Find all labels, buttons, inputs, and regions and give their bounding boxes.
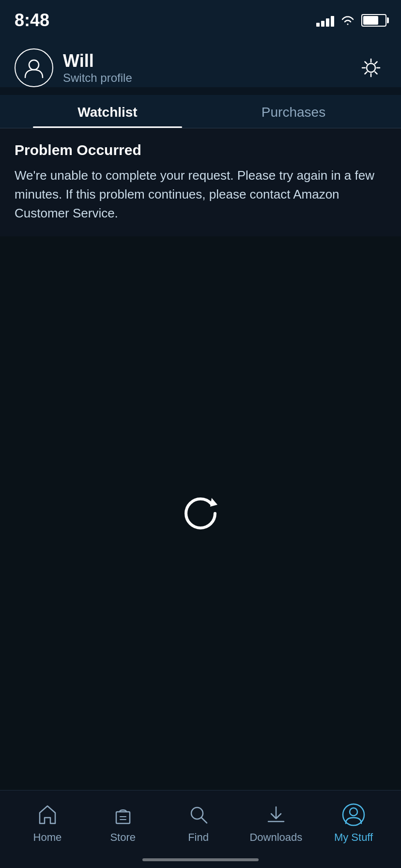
store-nav-icon [110, 802, 136, 827]
bottom-nav: Home Store Find Downloa [0, 790, 401, 852]
tabs: Watchlist Purchases [0, 95, 401, 128]
error-title: Problem Occurred [15, 142, 386, 158]
home-indicator-bar [142, 858, 259, 861]
nav-item-store[interactable]: Store [99, 802, 147, 844]
downloads-nav-label: Downloads [249, 831, 302, 844]
svg-rect-3 [116, 812, 130, 823]
find-nav-label: Find [188, 831, 209, 844]
svg-point-1 [367, 63, 375, 72]
battery-icon [361, 14, 386, 27]
svg-marker-2 [210, 498, 217, 507]
home-nav-icon [35, 802, 60, 827]
nav-item-home[interactable]: Home [23, 802, 72, 844]
wifi-icon [340, 15, 355, 26]
home-indicator [0, 852, 401, 868]
profile-name: Will [63, 51, 132, 71]
nav-item-mystuff[interactable]: My Stuff [329, 802, 378, 844]
home-icon [36, 803, 59, 826]
status-bar: 8:48 [0, 0, 401, 39]
find-nav-icon [186, 802, 211, 827]
tab-purchases[interactable]: Purchases [200, 95, 386, 128]
mystuff-nav-label: My Stuff [334, 831, 373, 844]
avatar-icon [22, 56, 46, 79]
download-icon [264, 803, 288, 826]
header: Will Switch profile [0, 39, 401, 87]
svg-point-7 [350, 808, 357, 816]
profile-info: Will Switch profile [63, 51, 132, 85]
tab-watchlist[interactable]: Watchlist [15, 95, 200, 128]
main-content [0, 236, 401, 790]
signal-icon [316, 14, 334, 27]
status-icons [316, 14, 386, 27]
refresh-button[interactable] [176, 489, 225, 538]
downloads-nav-icon [263, 802, 289, 827]
person-icon [342, 803, 365, 826]
store-icon [111, 803, 135, 826]
home-nav-label: Home [33, 831, 62, 844]
search-icon [187, 803, 210, 826]
settings-button[interactable] [355, 52, 386, 83]
profile-section: Will Switch profile [15, 48, 132, 87]
error-banner: Problem Occurred We're unable to complet… [0, 128, 401, 236]
switch-profile-label[interactable]: Switch profile [63, 71, 132, 85]
refresh-icon [176, 489, 225, 538]
nav-item-find[interactable]: Find [174, 802, 223, 844]
store-nav-label: Store [110, 831, 136, 844]
error-message: We're unable to complete your request. P… [15, 166, 386, 223]
battery-fill [363, 16, 378, 25]
status-time: 8:48 [15, 10, 49, 31]
nav-item-downloads[interactable]: Downloads [249, 802, 302, 844]
svg-point-0 [29, 60, 39, 70]
gear-icon [358, 55, 384, 80]
svg-line-5 [201, 818, 207, 823]
mystuff-nav-icon [341, 802, 366, 827]
avatar[interactable] [15, 48, 53, 87]
